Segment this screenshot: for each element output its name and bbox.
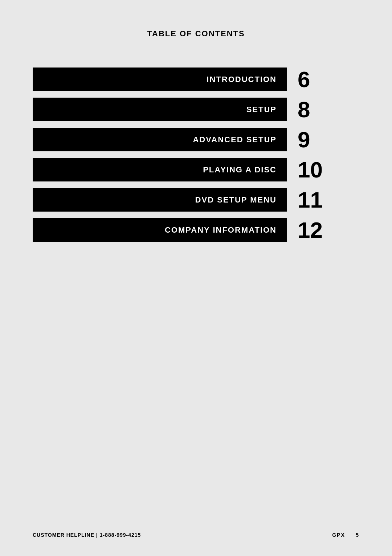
toc-label-company-information: COMPANY INFORMATION — [33, 218, 287, 242]
toc-row-company-information: COMPANY INFORMATION 12 — [33, 218, 359, 242]
toc-page-advanced-setup: 9 — [298, 128, 327, 151]
toc-row-setup: SETUP 8 — [33, 98, 359, 121]
toc-label-advanced-setup: ADVANCED SETUP — [33, 128, 287, 151]
footer: CUSTOMER HELPLINE | 1-888-999-4215 GPX 5 — [33, 532, 359, 538]
toc-row-playing-a-disc: PLAYING A DISC 10 — [33, 158, 359, 181]
toc-label-dvd-setup-menu: DVD SETUP MENU — [33, 188, 287, 212]
toc-page-company-information: 12 — [298, 219, 327, 241]
toc-page-dvd-setup-menu: 11 — [298, 189, 327, 211]
toc-label-setup: SETUP — [33, 98, 287, 121]
toc-page-playing-a-disc: 10 — [298, 159, 327, 181]
toc-row-dvd-setup-menu: DVD SETUP MENU 11 — [33, 188, 359, 212]
toc-page-setup: 8 — [298, 98, 327, 121]
toc-label-introduction: INTRODUCTION — [33, 68, 287, 91]
toc-label-playing-a-disc: PLAYING A DISC — [33, 158, 287, 181]
toc-page-introduction: 6 — [298, 68, 327, 91]
footer-brand: GPX 5 — [332, 532, 359, 538]
footer-helpline: CUSTOMER HELPLINE | 1-888-999-4215 — [33, 532, 141, 538]
toc-entries-list: INTRODUCTION 6 SETUP 8 ADVANCED SETUP 9 … — [33, 68, 359, 242]
page-title: TABLE OF CONTENTS — [33, 29, 359, 38]
toc-row-advanced-setup: ADVANCED SETUP 9 — [33, 128, 359, 151]
toc-row-introduction: INTRODUCTION 6 — [33, 68, 359, 91]
footer-brand-name: GPX — [332, 532, 345, 538]
page-container: TABLE OF CONTENTS INTRODUCTION 6 SETUP 8… — [0, 0, 392, 556]
footer-page-number: 5 — [356, 532, 359, 538]
